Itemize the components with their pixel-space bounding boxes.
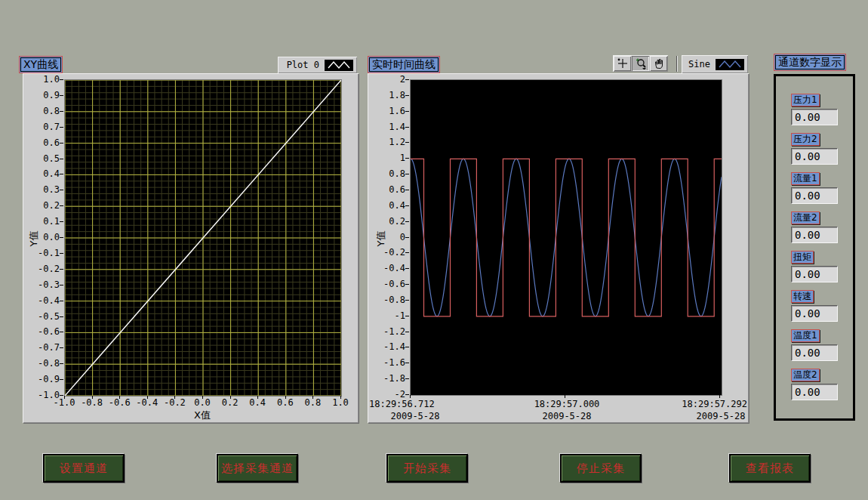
channel-label-7: 温度1 (791, 329, 820, 342)
time-chart-legend[interactable]: Sine (682, 55, 748, 73)
xy-x-tick-mark (174, 396, 175, 399)
xy-y-tick-mark (60, 159, 63, 159)
view-report-button[interactable]: 查看报表 (729, 454, 811, 483)
time-x-tick-date: 2009-5-28 (381, 412, 449, 421)
xy-y-tick-label: 1.0 (29, 75, 60, 85)
xy-y-tick-mark (60, 174, 63, 174)
xy-x-tick-mark (340, 396, 341, 399)
time-y-tick-mark (405, 284, 409, 285)
time-y-tick-label: 2 (375, 75, 405, 85)
xy-x-tick-mark (202, 396, 203, 399)
time-y-tick-mark (405, 378, 409, 379)
time-y-tick-label: -1.4 (375, 342, 405, 352)
channel-label-8: 温度2 (791, 369, 820, 381)
time-x-tick-time: 18:29:57.292 (657, 400, 747, 409)
xy-x-tick-mark (257, 396, 258, 399)
time-y-tick-label: 0.2 (375, 217, 405, 227)
xy-y-tick-mark (60, 79, 63, 80)
xy-y-tick-label: 0.2 (29, 201, 60, 211)
time-y-tick-label: 0.4 (375, 201, 405, 211)
time-y-tick-label: -1.6 (375, 358, 405, 368)
xy-x-tick-mark (285, 396, 286, 399)
channel-value-7: 0.00 (791, 344, 838, 361)
xy-y-tick-label: 0.6 (29, 138, 60, 148)
xy-y-tick-label: 0.4 (29, 169, 60, 179)
labview-front-panel: XY曲线 Plot 0 Y值 X值 实时时间曲线 (0, 0, 868, 500)
xy-y-tick-mark (60, 332, 63, 332)
time-plot-canvas (411, 80, 722, 395)
channel-value-8: 0.00 (791, 384, 838, 400)
time-y-tick-label: 1 (375, 153, 405, 163)
time-y-tick-mark (405, 252, 409, 253)
time-plot-area[interactable] (410, 79, 722, 396)
xy-y-tick-mark (60, 269, 63, 270)
xy-y-tick-label: 0.7 (29, 122, 60, 132)
time-y-tick-label: 1.6 (375, 106, 405, 116)
pan-hand-tool-button[interactable] (650, 56, 667, 71)
time-y-tick-label: -0.6 (375, 279, 405, 289)
xy-chart-title-text: XY曲线 (20, 57, 61, 72)
channel-value-5: 0.00 (791, 266, 838, 282)
xy-x-tick-mark (147, 396, 148, 399)
channel-label-6: 转速 (791, 290, 814, 303)
select-acquire-channels-button[interactable]: 选择采集通道 (217, 454, 298, 483)
time-y-tick-mark (405, 190, 409, 190)
sine-legend-label: Sine (688, 59, 710, 69)
xy-x-tick-mark (64, 396, 65, 399)
xy-y-tick-mark (60, 285, 63, 285)
xy-y-tick-label: -0.2 (29, 264, 60, 274)
xy-y-tick-label: 0.0 (29, 233, 60, 242)
xy-x-tick-mark (92, 396, 93, 399)
time-y-tick-mark (405, 363, 409, 363)
time-y-tick-mark (405, 300, 409, 301)
time-x-tick-date: 2009-5-28 (533, 412, 601, 421)
channel-label-1: 压力1 (791, 94, 820, 106)
time-y-tick-label: -0.8 (375, 295, 405, 305)
xy-y-tick-mark (60, 95, 63, 96)
time-y-tick-label: -1.2 (375, 327, 405, 337)
time-y-tick-mark (405, 268, 409, 269)
time-chart-title: 实时时间曲线 (368, 56, 440, 73)
start-acquisition-button[interactable]: 开始采集 (386, 454, 468, 483)
xy-y-tick-mark (60, 221, 63, 222)
xy-y-tick-label: 0.5 (29, 154, 60, 164)
sine-line-swatch-icon (716, 59, 744, 70)
xy-plot-area[interactable] (64, 79, 342, 397)
crosshair-tool-button[interactable] (614, 56, 631, 71)
channel-value-2: 0.00 (791, 148, 838, 165)
xy-x-axis-title: X值 (172, 409, 232, 422)
xy-chart-legend[interactable]: Plot 0 (278, 57, 357, 73)
xy-y-tick-mark (60, 316, 63, 317)
zoom-tool-button[interactable] (632, 56, 649, 71)
time-y-tick-label: 0.6 (375, 185, 405, 195)
time-x-tick-date: 2009-5-28 (687, 412, 755, 421)
xy-x-tick-mark (119, 396, 120, 399)
set-channels-button[interactable]: 设置通道 (43, 454, 125, 483)
time-chart-title-text: 实时时间曲线 (369, 57, 439, 72)
time-y-tick-label: -0.2 (375, 248, 405, 258)
channel-label-5: 扭矩 (791, 251, 814, 264)
xy-y-tick-mark (60, 111, 63, 112)
toolbar-separator (676, 56, 677, 72)
channel-value-3: 0.00 (791, 187, 838, 204)
time-y-tick-mark (405, 142, 409, 143)
xy-y-tick-mark (60, 379, 63, 380)
time-y-tick-mark (405, 79, 409, 80)
time-y-tick-label: -1 (375, 311, 405, 321)
time-y-tick-label: 0 (375, 233, 405, 242)
xy-legend-label: Plot 0 (287, 60, 319, 70)
xy-y-tick-label: -0.8 (29, 359, 60, 369)
stop-acquisition-button[interactable]: 停止采集 (560, 454, 642, 483)
time-x-tick-time: 18:29:56.712 (369, 400, 460, 409)
xy-x-tick-mark (230, 396, 231, 399)
time-y-tick-label: 0.8 (375, 169, 405, 179)
xy-y-tick-mark (60, 237, 63, 238)
time-x-tick-time: 18:29:57.000 (522, 400, 612, 409)
time-x-tick-mark (410, 395, 411, 398)
xy-y-tick-label: -0.3 (29, 280, 60, 290)
xy-chart-title: XY曲线 (19, 56, 63, 73)
xy-x-tick-mark (312, 396, 313, 399)
time-y-tick-mark (405, 111, 409, 112)
channel-panel-title-text: 通道数字显示 (775, 55, 845, 69)
time-y-tick-label: 1.2 (375, 137, 405, 147)
